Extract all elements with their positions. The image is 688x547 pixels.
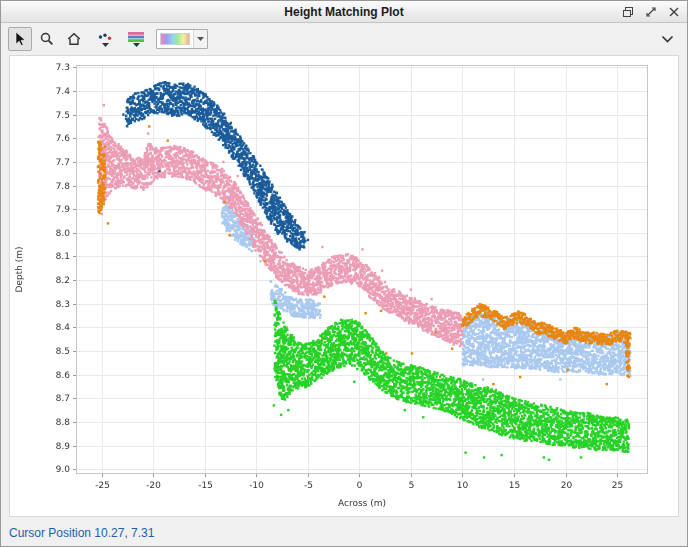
window-title: Height Matching Plot [1,5,687,19]
chevron-down-icon [102,43,109,47]
plot-figure [9,55,679,517]
home-view-button[interactable] [62,27,86,51]
close-icon [668,6,680,18]
colormap-swatch [160,33,190,45]
magnifier-icon [39,31,55,47]
chevron-down-icon [661,35,674,44]
point-display-dropdown[interactable] [93,26,117,52]
status-bar: Cursor Position 10.27, 7.31 [1,520,687,546]
float-button[interactable] [620,4,636,20]
title-bar: Height Matching Plot [1,1,687,23]
window-controls [620,1,682,22]
color-layers-icon [128,32,144,42]
close-button[interactable] [666,4,682,20]
maximize-icon [645,6,657,18]
color-display-dropdown[interactable] [124,26,148,52]
colormap-combobox[interactable] [156,29,208,49]
plot-toolbar [1,23,687,55]
cursor-arrow-icon [12,31,28,47]
select-tool-button[interactable] [8,27,32,51]
chevron-down-icon [197,37,204,41]
height-matching-plot-window: Height Matching Plot [0,0,688,547]
chevron-down-icon [133,43,140,47]
home-icon [66,31,82,47]
collapse-toolbar-button[interactable] [656,28,678,50]
zoom-tool-button[interactable] [35,27,59,51]
combo-arrow [193,30,207,48]
float-icon [622,6,634,18]
cursor-position-text: Cursor Position 10.27, 7.31 [9,526,154,540]
plot-canvas[interactable] [10,56,678,516]
maximize-button[interactable] [643,4,659,20]
scatter-points-icon [97,32,113,42]
